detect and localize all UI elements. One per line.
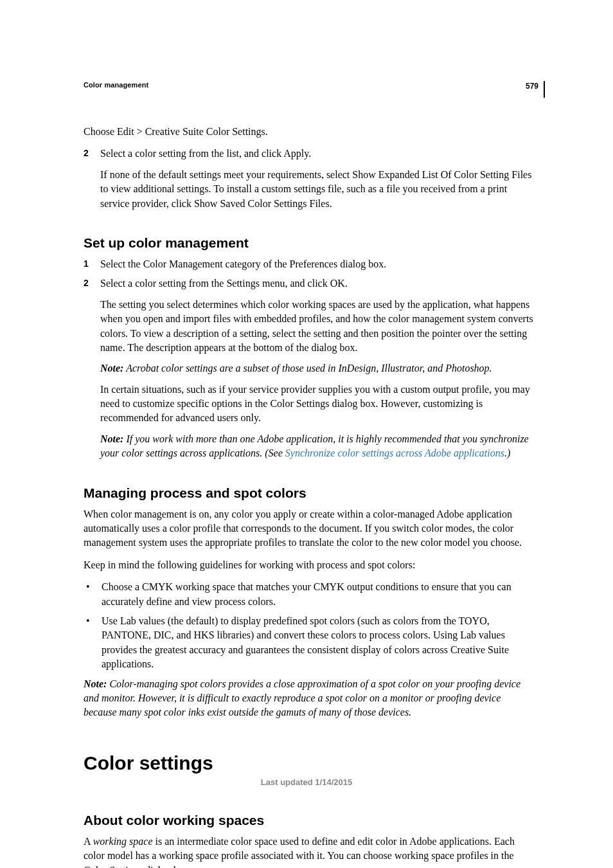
note-body: Color-managing spot colors provides a cl…: [84, 678, 520, 718]
page-number: 579: [526, 81, 545, 98]
note-label: Note:: [100, 363, 123, 374]
step-content: Select a color setting from the Settings…: [100, 276, 533, 466]
running-header: Color management: [84, 81, 533, 89]
note-spot-colors: Note: Color-managing spot colors provide…: [84, 677, 533, 720]
step-content: Select the Color Management category of …: [100, 257, 533, 271]
setup-step-2: 2 Select a color setting from the Settin…: [84, 276, 533, 466]
step-main: Select a color setting from the list, an…: [100, 147, 533, 161]
note-label: Note:: [100, 433, 123, 444]
link-synchronize[interactable]: Synchronize color settings across Adobe …: [285, 448, 504, 458]
heading-color-settings: Color settings: [84, 752, 533, 774]
process-p2: Keep in mind the following guidelines fo…: [84, 558, 533, 572]
bullet-content: Choose a CMYK working space that matches…: [102, 580, 533, 609]
step-main: Select a color setting from the Settings…: [100, 276, 533, 291]
setup-step-1: 1 Select the Color Management category o…: [84, 257, 533, 271]
step-sub: If none of the default settings meet you…: [100, 168, 533, 211]
text-before: A: [84, 836, 93, 847]
step-number: 2: [84, 147, 93, 216]
step-sub1: The setting you select determines which …: [100, 298, 533, 356]
intro-line: Choose Edit > Creative Suite Color Setti…: [84, 125, 533, 139]
bullet-icon: •: [86, 614, 93, 672]
note-1: Note: Acrobat color settings are a subse…: [100, 361, 533, 375]
heading-process-spot: Managing process and spot colors: [84, 485, 533, 501]
heading-about-working-spaces: About color working spaces: [84, 813, 533, 828]
note-label: Note:: [84, 678, 107, 689]
step-number: 1: [84, 257, 93, 271]
step-content: Select a color setting from the list, an…: [100, 147, 533, 216]
footer-last-updated: Last updated 1/14/2015: [0, 777, 613, 787]
heading-setup: Set up color management: [84, 235, 533, 251]
bullet-content: Use Lab values (the default) to display …: [102, 614, 533, 672]
note-2: Note: If you work with more than one Ado…: [100, 432, 533, 461]
about-p1: A working space is an intermediate color…: [84, 835, 533, 868]
note-body: Acrobat color settings are a subset of t…: [123, 363, 492, 374]
intro-step-2: 2 Select a color setting from the list, …: [84, 147, 533, 216]
note-body-after: .): [504, 448, 510, 458]
step-sub2: In certain situations, such as if your s…: [100, 383, 533, 426]
bullet-2: • Use Lab values (the default) to displa…: [84, 614, 533, 672]
bullet-icon: •: [86, 580, 93, 609]
bullet-1: • Choose a CMYK working space that match…: [84, 580, 533, 609]
process-p1: When color management is on, any color y…: [84, 507, 533, 550]
term-working-space: working space: [93, 836, 153, 847]
step-number: 2: [84, 276, 93, 466]
